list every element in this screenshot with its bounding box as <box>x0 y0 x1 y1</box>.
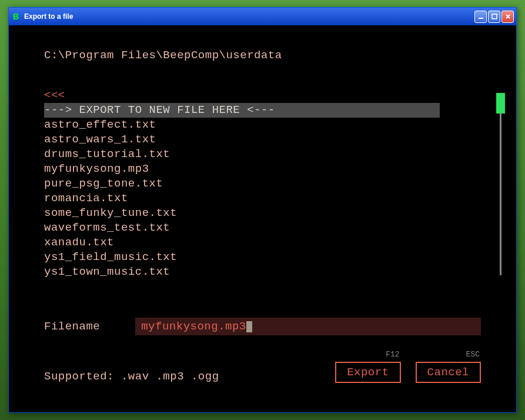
file-item[interactable]: myfunkysong.mp3 <box>44 162 481 176</box>
file-item[interactable]: ys1_town_music.txt <box>44 265 481 279</box>
minimize-button[interactable] <box>474 11 487 23</box>
file-item[interactable]: some_funky_tune.txt <box>44 206 481 221</box>
svg-rect-1 <box>492 14 497 19</box>
maximize-button[interactable] <box>488 11 500 23</box>
app-icon: B <box>11 12 21 21</box>
export-shortcut: F12 <box>386 350 399 359</box>
titlebar[interactable]: B Export to a file <box>9 8 516 25</box>
export-button[interactable]: Export <box>335 362 400 383</box>
dialog-content: C:\Program Files\BeepComp\userdata <<< -… <box>9 25 516 412</box>
filename-input[interactable]: myfunkysong.mp3 <box>135 318 481 335</box>
file-item[interactable]: xanadu.txt <box>44 235 481 250</box>
bottom-row: Supported: .wav .mp3 .ogg F12 Export ESC… <box>44 362 481 383</box>
file-item[interactable]: astro_wars_1.txt <box>44 132 481 147</box>
file-item[interactable]: astro_effect.txt <box>44 118 481 132</box>
current-path: C:\Program Files\BeepComp\userdata <box>44 49 481 62</box>
file-listing-area: <<< ---> EXPORT TO NEW FILE HERE <--- as… <box>44 88 481 279</box>
scrollbar[interactable] <box>500 93 501 275</box>
text-cursor <box>246 321 252 332</box>
close-button[interactable] <box>501 11 514 23</box>
filename-label: Filename <box>44 320 100 333</box>
file-item[interactable]: waveforms_test.txt <box>44 221 481 235</box>
supported-formats: Supported: .wav .mp3 .ogg <box>44 370 219 383</box>
filename-row: Filename myfunkysong.mp3 <box>44 318 481 335</box>
cancel-shortcut: ESC <box>466 350 480 359</box>
file-item[interactable]: romancia.txt <box>44 191 481 206</box>
export-dialog: B Export to a file C:\Program Files\Beep… <box>8 7 517 413</box>
action-buttons: F12 Export ESC Cancel <box>335 362 481 383</box>
file-list: <<< ---> EXPORT TO NEW FILE HERE <--- as… <box>44 88 481 279</box>
window-title: Export to a file <box>24 12 474 21</box>
file-item[interactable]: drums_tutorial.txt <box>44 147 481 162</box>
scrollbar-thumb[interactable] <box>496 93 505 114</box>
svg-rect-0 <box>479 18 483 19</box>
file-item[interactable]: pure_psg_tone.txt <box>44 176 481 191</box>
parent-dir[interactable]: <<< <box>44 88 481 103</box>
filename-value: myfunkysong.mp3 <box>141 320 246 333</box>
cancel-button[interactable]: Cancel <box>416 362 481 383</box>
file-item[interactable]: ys1_field_music.txt <box>44 250 481 265</box>
export-new-file-item[interactable]: ---> EXPORT TO NEW FILE HERE <--- <box>44 103 440 118</box>
titlebar-buttons <box>474 11 514 23</box>
